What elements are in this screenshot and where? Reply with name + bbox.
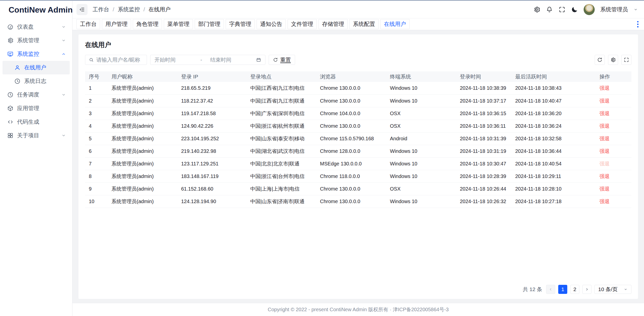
tab-user-management[interactable]: 用户管理: [102, 19, 131, 29]
sidebar-collapse-button[interactable]: [76, 4, 88, 15]
sidebar-item-label: 任务调度: [17, 91, 58, 99]
fullscreen-button[interactable]: [558, 6, 566, 13]
topbar-actions: 系统管理员: [533, 4, 638, 15]
sidebar-item-code-generation[interactable]: 代码生成: [3, 115, 70, 129]
pagination-prev-button[interactable]: [546, 285, 555, 294]
table-fullscreen-button[interactable]: [621, 55, 631, 65]
settings-button[interactable]: [533, 6, 540, 13]
column-header: 登录 IP: [177, 71, 247, 82]
cell-browser: Chrome 115.0.5790.168: [316, 132, 386, 145]
date-range-separator: -: [200, 57, 208, 63]
sidebar-item-online-user[interactable]: 在线用户: [3, 61, 70, 74]
app-title: ContiNew Admin: [9, 5, 73, 15]
table-row: 7系统管理员(admin)123.117.129.251中国|北京|北京市|联通…: [85, 157, 631, 170]
menu-fold-icon: [79, 7, 85, 13]
cell-location: 中国|山东省|济南市|联通: [247, 195, 316, 208]
page-size-value: 10 条/页: [598, 286, 618, 293]
kick-out-link[interactable]: 强退: [599, 148, 610, 154]
cell-last_active: 2024-11-18 10:40:47: [511, 95, 596, 107]
breadcrumb-item[interactable]: 系统监控: [118, 6, 140, 13]
sidebar-item-label: 在线用户: [24, 64, 66, 71]
chevron-down-icon: [61, 133, 66, 138]
kick-out-link[interactable]: 强退: [599, 186, 610, 192]
kick-out-link[interactable]: 强退: [599, 136, 610, 141]
cell-location: 中国|湖北省|武汉市|电信: [247, 145, 316, 157]
kick-out-link[interactable]: 强退: [599, 199, 610, 204]
kick-out-link[interactable]: 强退: [599, 111, 610, 116]
table-row: 6系统管理员(admin)219.140.232.98中国|湖北省|武汉市|电信…: [85, 145, 631, 157]
cell-os: Windows 10: [386, 82, 456, 95]
cell-nickname: 系统管理员(admin): [108, 107, 177, 120]
cell-browser: Chrome 130.0.0.0: [316, 120, 386, 132]
tab-workplace[interactable]: 工作台: [76, 19, 100, 29]
tab-role-management[interactable]: 角色管理: [133, 19, 162, 29]
sidebar-item-label: 关于项目: [17, 132, 58, 139]
tab-file-management[interactable]: 文件管理: [288, 19, 317, 29]
kick-out-link[interactable]: 强退: [599, 123, 610, 129]
date-range-picker[interactable]: 开始时间 - 结束时间: [150, 55, 265, 65]
cell-last_active: 2024-11-18 10:36:20: [511, 107, 596, 120]
kick-out-link[interactable]: 强退: [599, 173, 610, 179]
sidebar-item-task-schedule[interactable]: 任务调度: [3, 88, 70, 102]
content: 在线用户 请输入用户名/昵称 开始时间 - 结束时间 重置: [72, 30, 644, 303]
breadcrumb-item[interactable]: 在线用户: [148, 6, 171, 13]
table-settings-button[interactable]: [608, 55, 618, 65]
cell-last_active: 2024-11-18 10:36:24: [511, 120, 596, 132]
cell-browser: Chrome 130.0.0.0: [316, 95, 386, 107]
pagination-page-2[interactable]: 2: [570, 285, 579, 294]
tab-notice[interactable]: 通知公告: [257, 19, 286, 29]
cell-ip: 118.212.37.42: [177, 95, 247, 107]
footer: Copyright © 2022 - present ContiNew Admi…: [72, 303, 644, 316]
sidebar-item-about-project[interactable]: 关于项目: [3, 129, 70, 142]
tab-menu-management[interactable]: 菜单管理: [164, 19, 193, 29]
notifications-button[interactable]: [546, 6, 553, 13]
app-logo[interactable]: ContiNew Admin: [0, 1, 72, 19]
column-header: 登录时间: [456, 71, 511, 82]
user-name[interactable]: 系统管理员: [600, 6, 628, 13]
tab-dict-management[interactable]: 字典管理: [226, 19, 255, 29]
kick-out-link[interactable]: 强退: [599, 161, 610, 166]
breadcrumb-item[interactable]: 工作台: [93, 6, 109, 13]
tab-dept-management[interactable]: 部门管理: [195, 19, 224, 29]
table-row: 8系统管理员(admin)183.148.167.119中国|浙江省|台州市|电…: [85, 170, 631, 183]
dark-mode-button[interactable]: [571, 6, 578, 13]
cell-action: 强退: [596, 132, 631, 145]
tab-storage-management[interactable]: 存储管理: [318, 19, 348, 29]
pagination-total: 共 12 条: [523, 286, 542, 293]
table-row: 10系统管理员(admin)124.128.194.90中国|山东省|济南市|联…: [85, 195, 631, 208]
cell-ip: 223.104.195.252: [177, 132, 247, 145]
sidebar-item-system-log[interactable]: 系统日志: [3, 74, 70, 88]
cell-last_active: 2024-11-18 10:32:58: [511, 132, 596, 145]
table-refresh-button[interactable]: [595, 55, 605, 65]
avatar[interactable]: [584, 4, 595, 15]
column-header: 序号: [85, 71, 108, 82]
dark-mode-icon: [571, 6, 578, 13]
sidebar-item-app-management[interactable]: 应用管理: [3, 102, 70, 115]
cell-nickname: 系统管理员(admin): [108, 95, 177, 107]
chevron-down-icon: [61, 24, 66, 29]
cell-login_time: 2024-11-18 10:28:39: [456, 170, 511, 183]
tab-system-config[interactable]: 系统配置: [349, 19, 379, 29]
tab-more-menu[interactable]: [636, 20, 640, 29]
search-input[interactable]: 请输入用户名/昵称: [85, 55, 147, 65]
sidebar-item-system-monitor[interactable]: 系统监控: [3, 47, 70, 61]
tab-online-user[interactable]: 在线用户: [380, 19, 410, 29]
kick-out-link[interactable]: 强退: [599, 85, 610, 91]
cell-index: 3: [85, 107, 108, 120]
cell-login_time: 2024-11-18 10:38:39: [456, 82, 511, 95]
cell-index: 6: [85, 145, 108, 157]
kick-out-link[interactable]: 强退: [599, 98, 610, 104]
column-header: 用户昵称: [108, 71, 177, 82]
reset-button[interactable]: 重置: [269, 55, 295, 65]
pagination-next-button[interactable]: [582, 285, 591, 294]
search-placeholder: 请输入用户名/昵称: [96, 56, 140, 63]
chevron-down-icon[interactable]: [633, 7, 638, 12]
sidebar-item-dashboard[interactable]: 仪表盘: [3, 20, 70, 34]
refresh-icon: [273, 57, 278, 62]
cell-login_time: 2024-11-18 10:31:19: [456, 145, 511, 157]
pagination-page-1[interactable]: 1: [558, 285, 567, 294]
cell-nickname: 系统管理员(admin): [108, 183, 177, 195]
sidebar-item-system-management[interactable]: 系统管理: [3, 34, 70, 47]
page-size-select[interactable]: 10 条/页: [594, 285, 631, 294]
chevron-down-icon: [61, 92, 66, 97]
